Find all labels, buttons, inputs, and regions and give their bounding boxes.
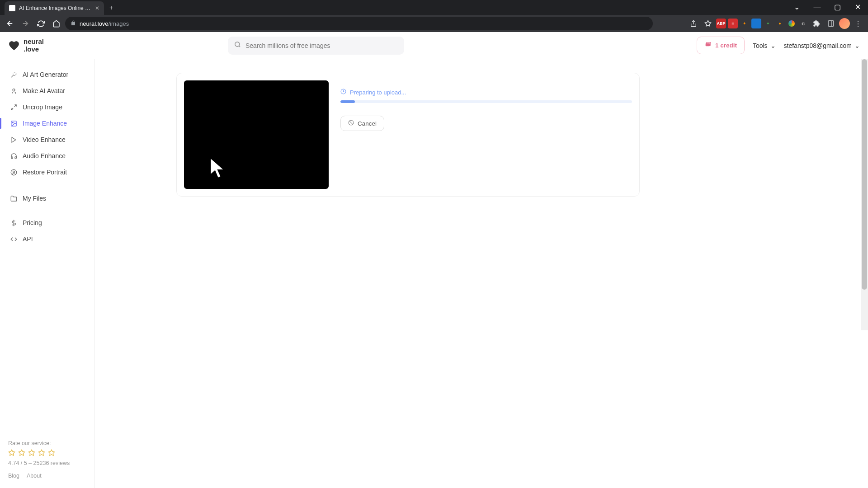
tools-dropdown[interactable]: Tools ⌄ bbox=[753, 42, 776, 49]
svg-marker-9 bbox=[12, 137, 16, 142]
progress-bar bbox=[340, 100, 632, 103]
new-tab-button[interactable]: + bbox=[104, 4, 118, 11]
headphones-icon bbox=[10, 152, 17, 160]
close-window-button[interactable]: ✕ bbox=[848, 0, 868, 14]
user-email: stefanstp08@gmail.com bbox=[784, 42, 852, 49]
rating-stars[interactable] bbox=[8, 449, 86, 456]
star-icon[interactable] bbox=[18, 449, 25, 456]
star-icon[interactable] bbox=[38, 449, 45, 456]
sidebar-item-make-ai-avatar[interactable]: Make AI Avatar bbox=[0, 83, 94, 99]
cancel-button[interactable]: Cancel bbox=[340, 116, 384, 131]
sidebar-item-my-files[interactable]: My Files bbox=[0, 190, 94, 206]
chevron-down-icon[interactable]: ⌄ bbox=[787, 0, 807, 14]
extension-icon[interactable]: ✦ bbox=[763, 19, 773, 28]
extensions-button[interactable] bbox=[810, 17, 823, 30]
star-icon[interactable] bbox=[48, 449, 55, 456]
credits-button[interactable]: 1 credit bbox=[697, 37, 745, 54]
svg-point-2 bbox=[235, 42, 240, 47]
star-icon[interactable] bbox=[8, 449, 15, 456]
logo[interactable]: neural .love bbox=[8, 38, 44, 53]
sidebar-item-label: Make AI Avatar bbox=[23, 87, 65, 94]
credit-label: 1 credit bbox=[715, 42, 737, 49]
reload-button[interactable] bbox=[34, 17, 47, 30]
url-domain: neural.love bbox=[80, 20, 108, 27]
image-icon bbox=[10, 120, 17, 127]
rate-label: Rate our service: bbox=[8, 440, 86, 446]
vertical-scrollbar-thumb[interactable] bbox=[862, 59, 867, 290]
tab-title: AI Enhance Images Online For Fr bbox=[19, 5, 91, 11]
blog-link[interactable]: Blog bbox=[8, 473, 19, 479]
clock-icon bbox=[340, 89, 346, 96]
svg-line-15 bbox=[349, 121, 353, 125]
sidebar-item-label: My Files bbox=[23, 195, 46, 202]
sidebar-item-label: Audio Enhance bbox=[23, 152, 66, 160]
close-icon[interactable]: ✕ bbox=[95, 5, 99, 11]
dollar-icon bbox=[10, 219, 17, 226]
main-content: Preparing to upload... Cancel bbox=[95, 32, 868, 488]
maximize-button[interactable]: ▢ bbox=[827, 0, 848, 14]
sidebar-item-api[interactable]: API bbox=[0, 231, 94, 247]
share-icon[interactable] bbox=[687, 17, 700, 30]
search-field[interactable] bbox=[245, 42, 398, 49]
url-path: /images bbox=[108, 20, 129, 27]
sidebar-item-label: Pricing bbox=[23, 219, 42, 226]
portrait-icon bbox=[10, 169, 17, 176]
sidebar-item-ai-art-generator[interactable]: AI Art Generator bbox=[0, 66, 94, 83]
chevron-down-icon: ⌄ bbox=[770, 42, 776, 49]
sidebar-item-label: API bbox=[23, 235, 33, 243]
sidebar-item-restore-portrait[interactable]: Restore Portrait bbox=[0, 164, 94, 180]
sidebar-item-label: Video Enhance bbox=[23, 136, 66, 143]
upload-thumbnail bbox=[184, 80, 329, 189]
svg-line-3 bbox=[239, 46, 240, 47]
svg-point-11 bbox=[13, 171, 14, 173]
sidebar-item-pricing[interactable]: Pricing bbox=[0, 215, 94, 231]
browser-tab[interactable]: AI Enhance Images Online For Fr ✕ bbox=[5, 1, 104, 15]
code-icon bbox=[10, 235, 17, 243]
side-panel-icon[interactable] bbox=[825, 17, 837, 30]
sidebar-item-label: Uncrop Image bbox=[23, 103, 62, 111]
star-icon[interactable] bbox=[28, 449, 35, 456]
minimize-button[interactable]: — bbox=[807, 0, 827, 14]
cancel-icon bbox=[348, 120, 354, 127]
profile-avatar[interactable] bbox=[839, 18, 850, 29]
menu-button[interactable]: ⋮ bbox=[852, 17, 864, 30]
about-link[interactable]: About bbox=[27, 473, 42, 479]
extension-icon[interactable]: ✦ bbox=[740, 19, 750, 28]
extension-abp-icon[interactable]: ABP bbox=[716, 19, 726, 28]
sidebar-item-label: AI Art Generator bbox=[23, 71, 68, 78]
extension-icon[interactable] bbox=[787, 19, 797, 28]
sidebar-item-image-enhance[interactable]: Image Enhance bbox=[0, 115, 94, 131]
home-button[interactable] bbox=[50, 17, 62, 30]
forward-button[interactable] bbox=[19, 17, 32, 30]
back-button[interactable] bbox=[4, 17, 16, 30]
chevron-down-icon: ⌄ bbox=[854, 42, 860, 49]
svg-point-8 bbox=[12, 122, 13, 123]
browser-toolbar: neural.love/images ABP ≡ ✦ ✦ ● ◐ ⋮ bbox=[0, 15, 868, 32]
sidebar-item-label: Image Enhance bbox=[23, 120, 67, 127]
review-stats: 4.74 / 5 – 25236 reviews bbox=[8, 460, 86, 466]
cancel-label: Cancel bbox=[358, 120, 377, 127]
logo-text-1: neural bbox=[24, 38, 44, 46]
folder-icon bbox=[10, 195, 17, 202]
user-menu[interactable]: stefanstp08@gmail.com ⌄ bbox=[784, 42, 860, 49]
upload-status: Preparing to upload... bbox=[350, 89, 406, 96]
credit-icon bbox=[704, 41, 712, 50]
extension-icon[interactable] bbox=[751, 19, 761, 28]
star-icon[interactable] bbox=[702, 17, 714, 30]
wand-icon bbox=[10, 71, 17, 78]
extension-icon[interactable]: ● bbox=[775, 19, 785, 28]
logo-text-2: .love bbox=[24, 46, 44, 53]
sidebar-item-video-enhance[interactable]: Video Enhance bbox=[0, 131, 94, 148]
browser-tab-strip: AI Enhance Images Online For Fr ✕ + ⌄ — … bbox=[0, 0, 868, 15]
progress-fill bbox=[340, 100, 355, 103]
extension-icon[interactable]: ≡ bbox=[728, 19, 738, 28]
upload-card: Preparing to upload... Cancel bbox=[176, 73, 640, 197]
search-input[interactable] bbox=[228, 37, 404, 55]
sidebar-item-audio-enhance[interactable]: Audio Enhance bbox=[0, 148, 94, 164]
app-header: neural .love 1 credit Tools ⌄ stefanstp0… bbox=[0, 32, 868, 59]
expand-icon bbox=[10, 103, 17, 111]
play-icon bbox=[10, 136, 17, 143]
address-bar[interactable]: neural.love/images bbox=[65, 17, 653, 30]
extension-icon[interactable]: ◐ bbox=[798, 19, 808, 28]
sidebar-item-uncrop-image[interactable]: Uncrop Image bbox=[0, 99, 94, 115]
